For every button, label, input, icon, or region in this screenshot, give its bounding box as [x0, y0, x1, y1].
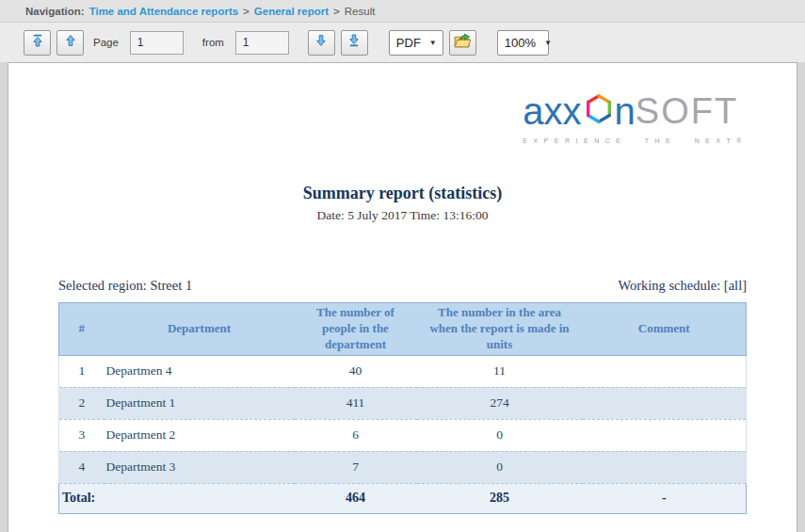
export-button[interactable]: [449, 30, 476, 56]
total-pages-input[interactable]: [235, 31, 289, 55]
chevron-down-icon: ▼: [544, 39, 552, 47]
export-format-value: PDF: [396, 36, 421, 50]
table-header-row: # Department The number of people in the…: [59, 303, 747, 356]
total-label: Total:: [59, 483, 295, 513]
row-people-count: 6: [295, 419, 417, 451]
table-total-row: Total: 464 285 -: [59, 483, 747, 513]
report-toolbar: Page from PDF ▼ 10: [0, 23, 805, 62]
logo-text-soft: SOFT: [636, 93, 738, 129]
row-area-count: 0: [417, 451, 583, 483]
row-area-count: 0: [417, 419, 583, 451]
next-page-button[interactable]: [308, 30, 335, 56]
breadcrumb-link-time-attendance[interactable]: Time and Attendance reports: [89, 6, 238, 17]
header-comment: Comment: [583, 303, 747, 356]
row-number: 4: [59, 451, 105, 483]
header-area-count: The number in the area when the report i…: [417, 303, 583, 356]
first-page-button[interactable]: [24, 30, 51, 56]
header-number: #: [59, 303, 105, 356]
total-people-count: 464: [295, 483, 417, 513]
row-area-count: 274: [417, 387, 583, 419]
table-row: 3 Department 2 6 0: [59, 419, 747, 451]
from-label: from: [202, 37, 224, 48]
first-page-icon: [31, 34, 44, 51]
row-department: Department 3: [105, 451, 295, 483]
header-department: Department: [105, 303, 295, 356]
table-row: 2 Department 1 411 274: [59, 387, 747, 419]
row-people-count: 7: [295, 451, 417, 483]
last-page-icon: [347, 34, 361, 51]
page-number-input[interactable]: [130, 31, 184, 55]
axxon-hexagon-icon: [584, 91, 614, 131]
breadcrumb-current: Result: [345, 6, 376, 17]
logo-tagline: EXPERIENCE THE NEXT®: [523, 137, 748, 144]
header-people-count: The number of people in the department: [295, 303, 417, 356]
table-row: 4 Department 3 7 0: [59, 451, 747, 483]
zoom-value: 100%: [505, 36, 536, 50]
row-number: 2: [59, 387, 105, 419]
summary-table: # Department The number of people in the…: [58, 302, 747, 514]
row-number: 1: [59, 355, 105, 387]
row-department: Departmen 4: [105, 355, 295, 387]
row-people-count: 411: [295, 387, 417, 419]
logo-text-n: n: [615, 92, 636, 130]
axxonsoft-logo: axx n SOFT EXPE: [523, 91, 748, 144]
row-number: 3: [59, 419, 105, 451]
next-page-icon: [314, 34, 328, 51]
export-icon: [454, 33, 472, 52]
selected-region-label: Selected region: Street 1: [58, 278, 192, 294]
previous-page-icon: [64, 34, 77, 51]
page-label: Page: [93, 37, 119, 48]
row-department: Department 2: [105, 419, 295, 451]
previous-page-button[interactable]: [56, 30, 84, 56]
report-date-line: Date: 5 July 2017 Time: 13:16:00: [8, 208, 797, 223]
row-comment: [583, 355, 747, 387]
breadcrumb-link-general-report[interactable]: General report: [254, 6, 329, 17]
total-area-count: 285: [417, 483, 583, 513]
row-department: Department 1: [105, 387, 295, 419]
breadcrumb-separator: >: [243, 6, 250, 17]
zoom-select[interactable]: 100% ▼: [497, 30, 549, 56]
row-comment: [583, 419, 747, 451]
working-schedule-label: Working schedule: [all]: [618, 278, 747, 294]
chevron-down-icon: ▼: [429, 39, 437, 47]
breadcrumb: Navigation: Time and Attendance reports …: [0, 0, 805, 23]
report-title: Summary report (statistics): [8, 184, 797, 203]
row-comment: [583, 387, 747, 419]
breadcrumb-separator: >: [333, 6, 340, 17]
report-page: axx n SOFT EXPE: [8, 62, 797, 532]
total-comment: -: [583, 483, 747, 513]
logo-text-axx: axx: [523, 92, 581, 130]
table-row: 1 Departmen 4 40 11: [59, 355, 747, 387]
export-format-select[interactable]: PDF ▼: [389, 30, 443, 56]
breadcrumb-label: Navigation:: [25, 6, 85, 17]
row-people-count: 40: [295, 355, 417, 387]
row-area-count: 11: [417, 355, 583, 387]
last-page-button[interactable]: [341, 30, 368, 56]
row-comment: [583, 451, 747, 483]
